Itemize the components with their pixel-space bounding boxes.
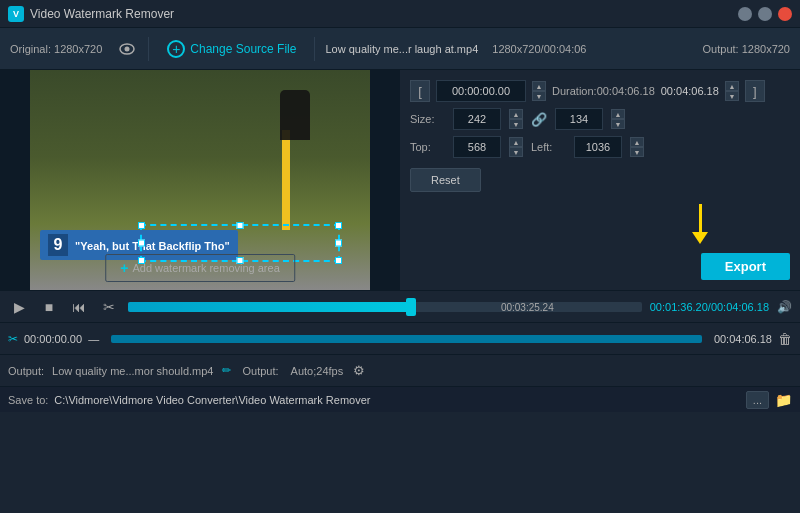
time-start-down[interactable]: ▼ xyxy=(532,91,546,101)
top-down[interactable]: ▼ xyxy=(509,147,523,157)
toolbar-divider xyxy=(148,37,149,61)
footer-output-settings: Auto;24fps xyxy=(291,365,344,377)
save-path: C:\Vidmore\Vidmore Video Converter\Video… xyxy=(54,394,739,406)
scene-figure xyxy=(280,90,310,140)
footer: Output: Low quality me...mor should.mp4 … xyxy=(0,354,800,386)
marker-time: 00:03:25.24 xyxy=(501,302,554,313)
file-name-label: Low quality me...r laugh at.mp4 xyxy=(325,43,478,55)
toolbar-divider2 xyxy=(314,37,315,61)
current-time-display: 00:01:36.20/00:04:06.18 xyxy=(650,301,769,313)
time-end-spinner: ▲ ▼ xyxy=(725,81,739,101)
arrow-head xyxy=(692,232,708,244)
footer-output-label: Output: xyxy=(8,365,44,377)
right-panel: [ ▲ ▼ Duration:00:04:06.18 00:04:06.18 ▲… xyxy=(400,70,800,290)
top-left-row: Top: ▲ ▼ Left: ▲ ▼ xyxy=(410,136,790,158)
close-button[interactable]: ✕ xyxy=(778,7,792,21)
clip-end-time: 00:04:06.18 xyxy=(714,333,772,345)
bracket-end-button[interactable]: ] xyxy=(745,80,765,102)
top-spinner: ▲ ▼ xyxy=(509,137,523,157)
minimize-button[interactable]: — xyxy=(738,7,752,21)
progress-filled xyxy=(128,302,411,312)
toolbar: Original: 1280x720 + Change Source File … xyxy=(0,28,800,70)
reset-button[interactable]: Reset xyxy=(410,168,481,192)
height-down[interactable]: ▼ xyxy=(611,119,625,129)
app-title: Video Watermark Remover xyxy=(30,7,738,21)
clip-start-time: 00:00:00.00 xyxy=(24,333,82,345)
content-area: 9 "Yeah, but That Backflip Tho" + Add wa… xyxy=(0,70,800,290)
time-start-spinner: ▲ ▼ xyxy=(532,81,546,101)
width-spinner: ▲ ▼ xyxy=(509,109,523,129)
width-up[interactable]: ▲ xyxy=(509,109,523,119)
time-end-up[interactable]: ▲ xyxy=(725,81,739,91)
delete-clip-button[interactable]: 🗑 xyxy=(778,331,792,347)
stop-button[interactable]: ■ xyxy=(38,296,60,318)
svg-point-1 xyxy=(125,46,130,51)
top-input[interactable] xyxy=(453,136,501,158)
size-label: Size: xyxy=(410,113,445,125)
height-spinner: ▲ ▼ xyxy=(611,109,625,129)
plus-icon: + xyxy=(120,260,128,276)
video-preview: 9 "Yeah, but That Backflip Tho" + Add wa… xyxy=(0,70,400,290)
output-label: Output: 1280x720 xyxy=(703,43,790,55)
clip-separator: — xyxy=(88,333,99,345)
progress-bar[interactable]: 00:03:25.24 xyxy=(128,302,642,312)
add-watermark-area-button[interactable]: + Add watermark removing area xyxy=(105,254,295,282)
height-up[interactable]: ▲ xyxy=(611,109,625,119)
change-source-button[interactable]: + Change Source File xyxy=(159,36,304,62)
start-time-input[interactable] xyxy=(436,80,526,102)
window-controls: — □ ✕ xyxy=(738,7,792,21)
scene-pole xyxy=(282,130,290,230)
left-down[interactable]: ▼ xyxy=(630,147,644,157)
frame-back-button[interactable]: ⏮ xyxy=(68,296,90,318)
app-icon: V xyxy=(8,6,24,22)
time-start-up[interactable]: ▲ xyxy=(532,81,546,91)
left-input[interactable] xyxy=(574,136,622,158)
timeline: ▶ ■ ⏮ ✂ 00:03:25.24 00:01:36.20/00:04:06… xyxy=(0,290,800,322)
export-button[interactable]: Export xyxy=(701,253,790,280)
arrow-annotation xyxy=(692,204,708,244)
clip-bar[interactable] xyxy=(111,335,702,343)
clip-button[interactable]: ✂ xyxy=(98,296,120,318)
save-row: Save to: C:\Vidmore\Vidmore Video Conver… xyxy=(0,386,800,412)
link-icon[interactable]: 🔗 xyxy=(531,112,547,127)
end-time-label: 00:04:06.18 xyxy=(661,85,719,97)
maximize-button[interactable]: □ xyxy=(758,7,772,21)
eye-icon[interactable] xyxy=(116,38,138,60)
original-resolution-label: Original: 1280x720 xyxy=(10,43,102,55)
progress-thumb[interactable] xyxy=(406,298,416,316)
time-end-down[interactable]: ▼ xyxy=(725,91,739,101)
width-down[interactable]: ▼ xyxy=(509,119,523,129)
size-row: Size: ▲ ▼ 🔗 ▲ ▼ xyxy=(410,108,790,130)
duration-label: Duration:00:04:06.18 xyxy=(552,85,655,97)
settings-gear-icon[interactable]: ⚙ xyxy=(353,363,365,378)
arrow-body xyxy=(699,204,702,232)
top-label: Top: xyxy=(410,141,445,153)
save-label: Save to: xyxy=(8,394,48,406)
scissors-icon: ✂ xyxy=(8,332,18,346)
footer-output-file: Low quality me...mor should.mp4 xyxy=(52,365,213,377)
folder-icon[interactable]: 📁 xyxy=(775,392,792,408)
titlebar: V Video Watermark Remover — □ ✕ xyxy=(0,0,800,28)
left-spinner: ▲ ▼ xyxy=(630,137,644,157)
height-input[interactable] xyxy=(555,108,603,130)
left-up[interactable]: ▲ xyxy=(630,137,644,147)
play-button[interactable]: ▶ xyxy=(8,296,30,318)
edit-icon[interactable]: ✏ xyxy=(222,364,231,377)
left-label: Left: xyxy=(531,141,566,153)
width-input[interactable] xyxy=(453,108,501,130)
add-icon: + xyxy=(167,40,185,58)
clip-row: ✂ 00:00:00.00 — 00:04:06.18 🗑 xyxy=(0,322,800,354)
file-info-label: 1280x720/00:04:06 xyxy=(492,43,586,55)
top-up[interactable]: ▲ xyxy=(509,137,523,147)
volume-icon[interactable]: 🔊 xyxy=(777,300,792,314)
footer-output-settings-label: Output: xyxy=(243,365,279,377)
bracket-start-button[interactable]: [ xyxy=(410,80,430,102)
time-controls-row: [ ▲ ▼ Duration:00:04:06.18 00:04:06.18 ▲… xyxy=(410,80,790,102)
save-browse-button[interactable]: ... xyxy=(746,391,769,409)
